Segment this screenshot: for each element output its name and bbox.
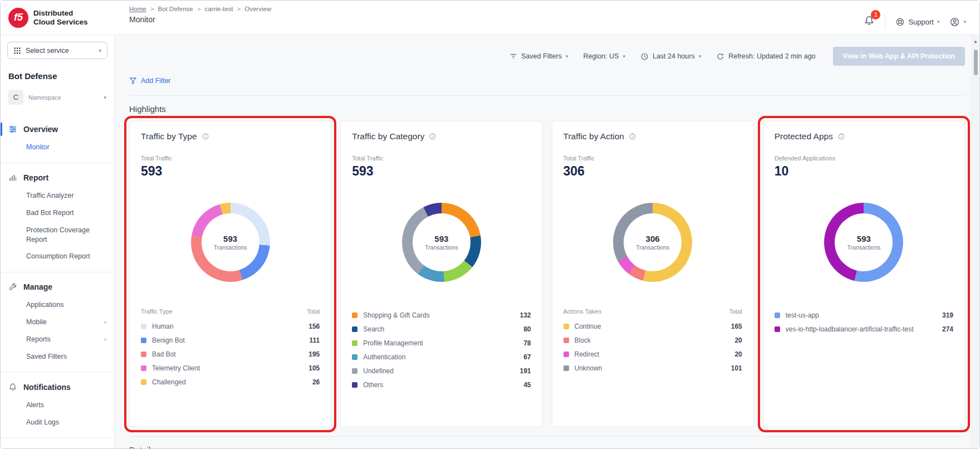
bell-icon [8,383,17,392]
grid-icon [13,47,21,55]
legend-item-value: 78 [523,339,531,347]
legend-item-value: 191 [520,367,531,375]
sidebar: Select service ▾ Bot Defense C Namespace… [1,35,115,448]
sidebar-item-consumption-report[interactable]: Consumption Report [1,248,114,265]
sidebar-section-header-manage[interactable]: Manage [1,277,114,296]
legend-item-label: Unknown [575,364,726,372]
stat-label: Defended Applications [775,155,953,162]
donut-chart[interactable]: 306 Transactions [613,203,692,282]
time-range-dropdown[interactable]: Last 24 hours ▾ [640,52,701,61]
info-circle-icon[interactable] [629,133,636,140]
legend-item-challenged[interactable]: Challenged26 [141,375,320,389]
legend-item-continue[interactable]: Continue165 [564,319,742,333]
sidebar-item-protection-coverage-report[interactable]: Protection Coverage Report [1,222,114,248]
sidebar-section-report: ReportTraffic AnalyzerBad Bot ReportProt… [1,163,114,272]
sidebar-section-header-report[interactable]: Report [1,168,114,187]
breadcrumb-item-bot-defense[interactable]: Bot Defense [158,6,193,12]
page-title: Monitor [129,15,271,24]
vertical-scrollbar[interactable]: ▲ [972,36,979,448]
breadcrumb-item-home[interactable]: Home [129,6,146,12]
legend-item-authentication[interactable]: Authentication67 [352,350,531,364]
legend-item-profile-management[interactable]: Profile Management78 [352,336,531,350]
sidebar-section-header-notifications[interactable]: Notifications [1,378,114,397]
main-content: Saved Filters ▾ Region: US ▾ Last 24 hou… [115,35,979,448]
region-label: Region: US [583,52,619,60]
info-circle-icon[interactable] [202,133,209,140]
breadcrumb-separator: > [237,6,241,12]
view-in-waap-button[interactable]: View in Web App & API Protection [833,47,965,66]
legend-header: Actions TakenTotal [564,308,742,315]
legend-item-value: 20 [734,336,742,344]
breadcrumb-item-carrie-test[interactable]: carrie-test [204,6,233,12]
sidebar-section-header-overview[interactable]: Overview [1,120,114,139]
time-range-label: Last 24 hours [653,52,695,60]
namespace-selector[interactable]: C Namespace ▾ [1,90,114,115]
legend-item-test-us-app[interactable]: test-us-app319 [775,308,953,322]
sidebar-section-label: Report [23,173,48,182]
divider [885,14,885,29]
info-circle-icon[interactable] [429,133,437,140]
select-service-dropdown[interactable]: Select service ▾ [7,42,107,59]
scroll-up-icon[interactable]: ▲ [972,36,979,44]
sidebar-item-bad-bot-report[interactable]: Bad Bot Report [1,204,114,222]
legend-item-redirect[interactable]: Redirect20 [564,347,742,361]
card-traffic-by-action: Traffic by Action Total Traffic 306 306 [552,121,754,427]
info-circle-icon[interactable] [837,133,845,140]
sidebar-item-traffic-analyzer[interactable]: Traffic Analyzer [1,187,114,204]
chevron-down-icon: ▾ [99,48,101,53]
card-protected-apps: Protected Apps Defended Applications 10 … [763,121,965,427]
donut-chart[interactable]: 593 Transactions [824,203,903,282]
chevron-down-icon: ▾ [937,19,940,25]
legend-item-bad-bot[interactable]: Bad Bot195 [141,347,320,361]
sidebar-item-label: Alerts [26,401,106,410]
sidebar-item-mobile[interactable]: Mobile› [1,314,114,331]
sidebar-section-header-workspace-info[interactable]: Workspace Info [1,443,114,449]
stat-value: 593 [352,164,531,179]
sidebar-item-monitor[interactable]: Monitor [1,139,114,156]
support-menu[interactable]: Support ▾ [895,17,939,27]
legend-item-benign-bot[interactable]: Benign Bot111 [141,333,320,347]
legend-item-unknown[interactable]: Unknown101 [564,361,742,375]
logo[interactable]: f5 Distributed Cloud Services [1,1,115,35]
legend-item-value: 132 [520,311,531,319]
legend-item-label: Redirect [575,350,729,358]
donut-center: 593 Transactions [413,213,471,271]
legend-item-others[interactable]: Others45 [352,378,531,392]
brand-wordmark: Distributed Cloud Services [33,9,88,26]
legend-item-label: Undefined [363,367,514,375]
legend-item-shopping-gift-cards[interactable]: Shopping & Gift Cards132 [352,308,531,322]
sidebar-item-audit-logs[interactable]: Audit Logs [1,414,114,431]
user-icon [949,17,960,27]
legend-item-human[interactable]: Human156 [141,319,320,333]
legend-header: Traffic TypeTotal [141,308,320,315]
sidebar-item-alerts[interactable]: Alerts [1,397,114,414]
scrollbar-thumb[interactable] [974,50,978,75]
legend-swatch [141,379,146,385]
sidebar-item-reports[interactable]: Reports› [1,331,114,348]
legend-swatch [352,313,357,318]
notifications-button[interactable]: 1 [864,15,875,28]
add-filter-button[interactable]: Add Filter [129,77,171,85]
donut-chart[interactable]: 593 Transactions [402,203,481,282]
chevron-down-icon: ▾ [699,53,702,59]
sidebar-item-applications[interactable]: Applications [1,296,114,314]
refresh-button[interactable]: Refresh: Updated 2 min ago [716,52,815,61]
info-icon [8,448,17,449]
account-menu[interactable]: ▾ [949,17,966,27]
legend-item-value: 101 [731,364,742,372]
donut-center: 593 Transactions [202,213,259,271]
legend-item-value: 20 [734,350,742,358]
legend-item-search[interactable]: Search80 [352,322,531,336]
legend-item-ves-io-http-loadbalancer-artificial-traffic-test[interactable]: ves-io-http-loadbalancer-artificial-traf… [775,322,953,336]
legend-item-block[interactable]: Block20 [564,333,742,347]
saved-filters-dropdown[interactable]: Saved Filters ▾ [509,52,568,60]
legend-item-undefined[interactable]: Undefined191 [352,364,531,378]
legend-item-label: Others [363,381,518,389]
legend-item-telemetry-client[interactable]: Telemetry Client105 [141,361,320,375]
legend-item-value: 156 [308,323,320,330]
legend-item-value: 274 [942,325,953,333]
donut-chart[interactable]: 593 Transactions [191,203,270,282]
sidebar-item-saved-filters[interactable]: Saved Filters [1,348,114,365]
region-dropdown[interactable]: Region: US ▾ [583,52,625,60]
legend-swatch [564,324,569,329]
